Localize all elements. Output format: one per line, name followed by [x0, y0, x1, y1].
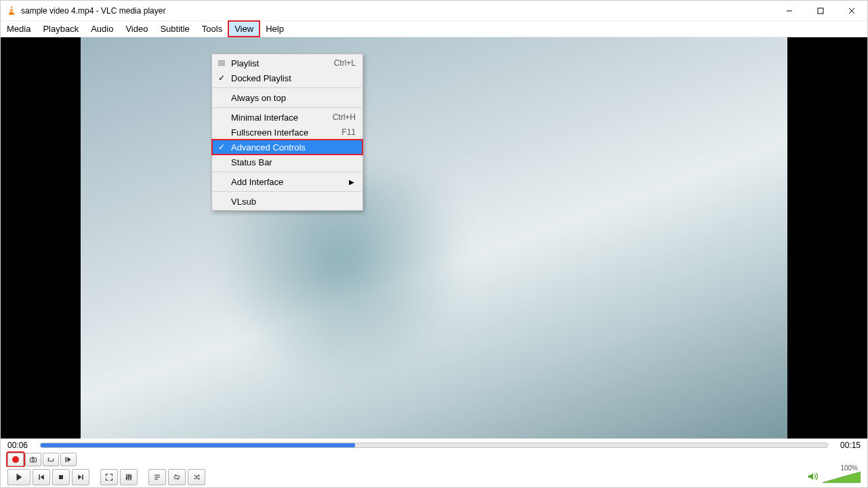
loop-ab-icon	[47, 455, 55, 464]
loop-ab-button[interactable]	[43, 453, 59, 466]
shuffle-button[interactable]	[188, 469, 205, 485]
time-total: 00:15	[835, 441, 861, 450]
titlebar: sample video 4.mp4 - VLC media player	[1, 1, 867, 21]
skip-previous-icon	[37, 473, 45, 481]
record-icon	[12, 456, 19, 463]
skip-next-icon	[77, 473, 85, 481]
svg-rect-13	[32, 457, 34, 458]
list-icon	[212, 60, 231, 66]
playlist-button[interactable]	[148, 469, 166, 485]
minimize-button[interactable]	[774, 1, 805, 20]
shuffle-icon	[192, 473, 201, 481]
play-icon	[14, 472, 24, 482]
video-area: Playlist Ctrl+L ✓ Docked Playlist Always…	[1, 37, 867, 439]
vlc-cone-icon	[6, 5, 17, 16]
main-controls-bar: 100%	[1, 467, 867, 487]
svg-rect-19	[59, 475, 63, 479]
svg-rect-5	[818, 8, 823, 14]
close-button[interactable]	[836, 1, 867, 20]
pillarbox-right	[787, 37, 867, 439]
pillarbox-left	[1, 37, 81, 439]
svg-rect-26	[128, 475, 130, 476]
maximize-button[interactable]	[805, 1, 836, 20]
window-title: sample video 4.mp4 - VLC media player	[21, 6, 774, 16]
menu-subtitle[interactable]: Subtitle	[154, 21, 195, 37]
svg-rect-23	[128, 474, 129, 481]
svg-marker-20	[78, 474, 81, 480]
advanced-controls-bar	[1, 452, 867, 467]
fullscreen-icon	[105, 473, 113, 481]
svg-marker-15	[68, 457, 71, 462]
frame-step-icon	[64, 455, 73, 464]
equalizer-icon	[125, 473, 133, 481]
loop-button[interactable]	[168, 469, 186, 485]
svg-point-12	[32, 459, 34, 461]
svg-rect-25	[126, 478, 128, 479]
svg-marker-31	[808, 473, 813, 480]
svg-marker-18	[41, 474, 44, 480]
svg-rect-14	[66, 457, 67, 462]
seek-slider[interactable]	[40, 443, 828, 448]
view-item-docked-playlist[interactable]: ✓ Docked Playlist	[212, 70, 363, 85]
menubar: Media Playback Audio Video Subtitle Tool…	[1, 21, 867, 37]
view-item-fullscreen-interface[interactable]: Fullscreen Interface F11	[212, 125, 363, 140]
volume-area: 100%	[808, 471, 861, 483]
menu-media[interactable]: Media	[1, 21, 37, 37]
menu-separator	[213, 191, 362, 192]
check-icon: ✓	[212, 142, 231, 152]
fullscreen-button[interactable]	[100, 469, 118, 485]
snapshot-button[interactable]	[25, 453, 41, 466]
next-button[interactable]	[72, 469, 89, 485]
view-item-vlsub[interactable]: VLsub	[212, 194, 363, 209]
svg-rect-22	[126, 474, 127, 481]
view-item-minimal-interface[interactable]: Minimal Interface Ctrl+H	[212, 110, 363, 125]
svg-rect-1	[9, 14, 14, 15]
volume-slider[interactable]	[823, 471, 861, 483]
play-button[interactable]	[7, 469, 30, 485]
view-item-always-on-top[interactable]: Always on top	[212, 90, 363, 105]
menu-view[interactable]: View	[228, 21, 260, 37]
menu-separator	[213, 87, 362, 88]
svg-rect-2	[10, 8, 13, 9]
previous-button[interactable]	[33, 469, 50, 485]
extended-settings-button[interactable]	[120, 469, 138, 485]
svg-marker-16	[17, 474, 22, 481]
svg-marker-32	[823, 472, 861, 483]
svg-rect-21	[82, 474, 83, 480]
time-elapsed: 00:06	[7, 441, 33, 450]
svg-rect-3	[10, 11, 14, 12]
svg-rect-27	[130, 476, 132, 478]
loop-icon	[173, 473, 181, 481]
view-item-advanced-controls[interactable]: ✓ Advanced Controls	[212, 140, 363, 155]
check-icon: ✓	[212, 73, 231, 83]
camera-icon	[29, 455, 37, 464]
view-dropdown: Playlist Ctrl+L ✓ Docked Playlist Always…	[211, 54, 363, 211]
frame-step-button[interactable]	[60, 453, 77, 466]
record-button[interactable]	[7, 453, 24, 466]
menu-playback[interactable]: Playback	[37, 21, 85, 37]
view-item-playlist[interactable]: Playlist Ctrl+L	[212, 56, 363, 70]
seek-row: 00:06 00:15	[1, 439, 867, 452]
speaker-icon[interactable]	[808, 472, 819, 483]
stop-icon	[57, 473, 65, 481]
view-item-add-interface[interactable]: Add Interface ▶	[212, 174, 363, 189]
svg-marker-0	[9, 6, 14, 14]
submenu-arrow-icon: ▶	[349, 178, 354, 186]
view-item-status-bar[interactable]: Status Bar	[212, 155, 363, 169]
video-canvas[interactable]	[81, 37, 787, 439]
menu-separator	[213, 107, 362, 108]
app-window: sample video 4.mp4 - VLC media player Me…	[0, 0, 868, 488]
window-controls	[774, 1, 867, 20]
menu-help[interactable]: Help	[260, 21, 290, 37]
playlist-icon	[153, 473, 161, 481]
menu-audio[interactable]: Audio	[85, 21, 119, 37]
stop-button[interactable]	[52, 469, 70, 485]
menu-tools[interactable]: Tools	[196, 21, 228, 37]
menu-separator	[213, 171, 362, 172]
menu-video[interactable]: Video	[119, 21, 154, 37]
seek-fill	[41, 443, 355, 447]
svg-rect-17	[39, 474, 40, 480]
